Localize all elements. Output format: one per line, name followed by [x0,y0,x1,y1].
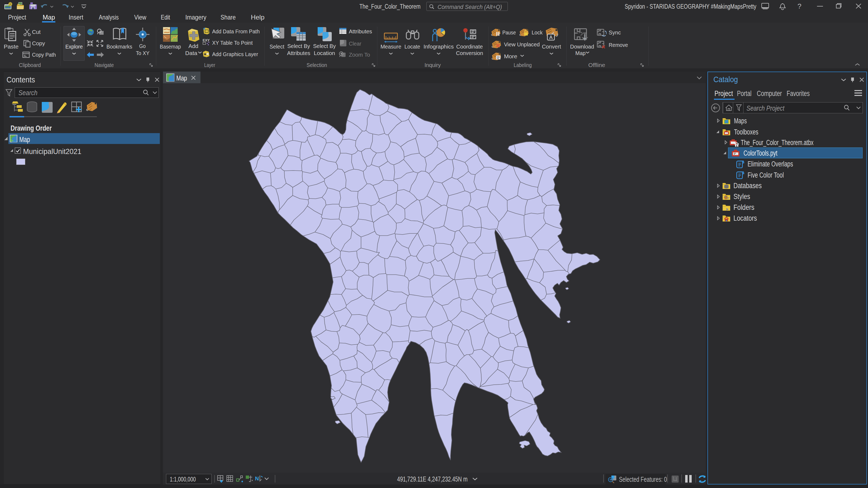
svg-text:?: ? [798,2,801,10]
svg-text:A: A [549,35,553,40]
svg-text:N: N [255,476,259,482]
svg-text:EXY: EXY [203,38,210,42]
